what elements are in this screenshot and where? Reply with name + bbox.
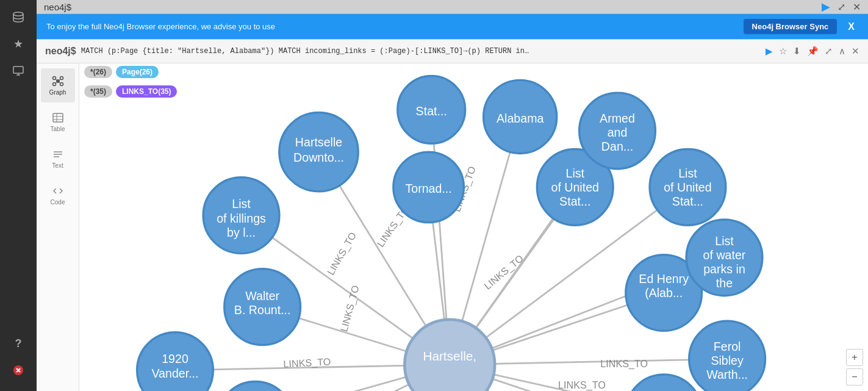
svg-text:of United: of United (664, 181, 712, 194)
tab-label: neo4j$ (44, 2, 822, 12)
notification-banner: To enjoy the full Neo4j Browser experien… (37, 14, 868, 39)
svg-text:parks in: parks in (703, 262, 745, 276)
svg-text:LINKS_TO: LINKS_TO (600, 358, 648, 370)
sidebar: ★ ? (0, 0, 37, 391)
node-1920-vander[interactable]: 1920 Vander... (137, 332, 213, 391)
result-panel: neo4j$ MATCH (p:Page {title: "Hartselle,… (37, 39, 868, 391)
svg-text:Hartselle,: Hartselle, (423, 349, 476, 363)
query-close-button[interactable]: ✕ (852, 46, 859, 57)
graph-area[interactable]: *(26) Page(26) *(35) LINKS_TO(35) (79, 63, 868, 391)
node-walter-rount[interactable]: Walter B. Rount... (224, 269, 301, 345)
node-alabama[interactable]: Alabama (484, 80, 557, 153)
graph-view-button[interactable]: Graph (41, 68, 75, 102)
svg-text:Dan...: Dan... (601, 140, 633, 153)
svg-text:and: and (608, 126, 628, 139)
svg-text:List: List (565, 167, 584, 180)
svg-text:LINKS_TO: LINKS_TO (558, 379, 606, 391)
node-ferol-sibley[interactable]: Ferol Sibley Warth... (689, 321, 766, 391)
sidebar-icon-database[interactable] (6, 5, 30, 29)
svg-text:the: the (716, 276, 733, 290)
node-list-water-parks[interactable]: List of water parks in the (686, 220, 762, 296)
svg-text:LINKS_TO: LINKS_TO (482, 253, 526, 292)
badge-page-26[interactable]: Page(26) (116, 66, 159, 78)
query-pin-button[interactable]: 📌 (807, 46, 819, 57)
main-content: neo4j$ ▶ ⤢ ✕ To enjoy the full Neo4j Bro… (37, 0, 868, 391)
svg-text:Warth...: Warth... (706, 368, 748, 381)
sidebar-icon-star[interactable]: ★ (6, 32, 30, 56)
svg-point-71 (217, 382, 293, 391)
badge-links-to-35[interactable]: LINKS_TO(35) (116, 85, 177, 98)
query-text: MATCH (p:Page {title: "Hartselle, Alabam… (81, 47, 761, 56)
top-bar-icons: ▶ ⤢ ✕ (822, 0, 861, 13)
query-download-button[interactable]: ⬇ (793, 46, 801, 57)
node-armed-and-dan[interactable]: Armed and Dan... (579, 93, 656, 169)
center-node[interactable]: Hartselle, (404, 320, 495, 391)
svg-text:of water: of water (703, 248, 746, 262)
svg-point-102 (626, 375, 702, 391)
svg-text:Alabama: Alabama (497, 112, 543, 125)
top-play-button[interactable]: ▶ (822, 0, 830, 13)
top-expand-button[interactable]: ⤢ (838, 1, 845, 13)
svg-text:Tornad...: Tornad... (405, 182, 451, 195)
sidebar-icon-monitor[interactable] (6, 59, 30, 83)
sidebar-icon-help[interactable]: ? (6, 331, 30, 356)
svg-text:Armed: Armed (600, 112, 635, 125)
code-view-button[interactable]: Code (41, 178, 75, 212)
browser-sync-button[interactable]: Neo4j Browser Sync (744, 19, 838, 34)
svg-text:Ed Henry: Ed Henry (639, 272, 689, 285)
svg-text:Stat...: Stat... (416, 104, 447, 118)
table-label: Table (51, 126, 65, 132)
node-stat[interactable]: Stat... (398, 76, 465, 143)
svg-text:LINKS_TO: LINKS_TO (338, 284, 361, 333)
svg-text:List: List (678, 167, 697, 180)
svg-text:Sibley: Sibley (711, 354, 744, 367)
zoom-in-button[interactable]: + (846, 349, 863, 366)
svg-rect-14 (53, 113, 63, 122)
svg-text:List: List (715, 234, 734, 248)
query-expand-button[interactable]: ⤢ (825, 46, 833, 57)
svg-text:List: List (232, 198, 251, 211)
svg-text:B. Rount...: B. Rount... (234, 303, 291, 317)
query-prompt: neo4j$ (45, 46, 76, 57)
query-icons: ▶ ☆ ⬇ 📌 ⤢ ∧ ✕ (766, 46, 859, 57)
svg-text:of killings: of killings (217, 212, 266, 225)
top-close-button[interactable]: ✕ (853, 1, 861, 13)
svg-text:Hartselle: Hartselle (295, 135, 342, 149)
svg-text:(Alab...: (Alab... (645, 286, 683, 300)
text-view-button[interactable]: Text (41, 142, 75, 176)
graph-label: Graph (49, 89, 66, 96)
node-tornad-top[interactable]: Tornad... (393, 152, 464, 222)
sidebar-icon-error[interactable] (6, 358, 30, 382)
svg-text:Downto...: Downto... (293, 151, 344, 164)
node-list-united-stat-right[interactable]: List of United Stat... (650, 149, 726, 226)
zoom-controls: + − (846, 349, 863, 386)
zoom-out-button[interactable]: − (846, 368, 863, 386)
banner-close-button[interactable]: X (844, 21, 858, 32)
query-star-button[interactable]: ☆ (779, 46, 787, 57)
svg-text:Vander...: Vander... (151, 367, 198, 380)
banner-text: To enjoy the full Neo4j Browser experien… (46, 22, 736, 31)
svg-text:Ferol: Ferol (714, 340, 741, 353)
query-play-button[interactable]: ▶ (766, 46, 773, 57)
svg-text:by l...: by l... (227, 226, 256, 239)
node-scott-stadth[interactable]: Scott Stadth... (626, 375, 702, 391)
svg-rect-1 (13, 66, 23, 73)
node-hartselle-downtown[interactable]: Hartselle Downto... (279, 112, 358, 191)
svg-text:of United: of United (551, 181, 599, 194)
svg-text:LINKS_TO: LINKS_TO (325, 230, 359, 277)
query-bar: neo4j$ MATCH (p:Page {title: "Hartselle,… (37, 40, 868, 63)
node-list-killings[interactable]: List of killings by l... (203, 178, 279, 254)
text-label: Text (52, 162, 63, 169)
badge-all-35[interactable]: *(35) (84, 85, 112, 98)
graph-visualization[interactable]: LINKS_TO LINKS_TO LINKS_TO LINKS_TO LINK… (79, 63, 868, 391)
svg-text:Stat...: Stat... (559, 195, 590, 208)
table-view-button[interactable]: Table (41, 105, 75, 139)
svg-point-8 (52, 83, 56, 86)
badge-all-26[interactable]: *(26) (84, 66, 112, 78)
node-tommy-ed-roberts[interactable]: Tommy Ed Roberts (217, 382, 293, 391)
content-area: Graph Table (37, 63, 868, 391)
query-collapse-button[interactable]: ∧ (839, 46, 845, 57)
svg-text:1920: 1920 (162, 352, 188, 365)
code-label: Code (51, 199, 65, 206)
svg-text:Walter: Walter (245, 289, 279, 303)
